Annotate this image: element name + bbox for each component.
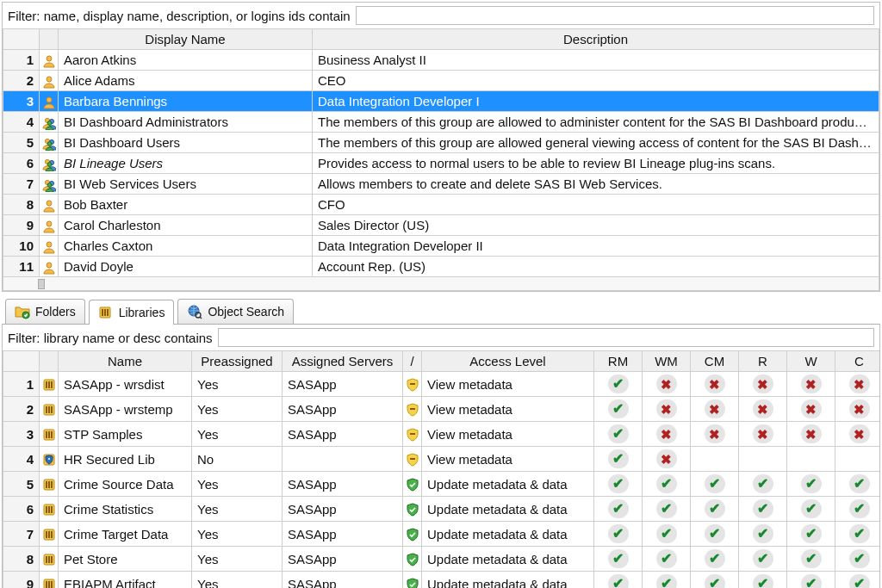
table-row[interactable]: 2SASApp - wrstempYesSASAppView metadata✔… bbox=[3, 397, 880, 422]
identities-filter-input[interactable] bbox=[356, 6, 874, 25]
table-row[interactable]: 9Carol CharlestonSales Director (US) bbox=[3, 215, 879, 236]
permission-granted-icon[interactable]: ✔ bbox=[801, 574, 822, 588]
permission-denied-icon[interactable]: ✖ bbox=[656, 374, 677, 393]
col-W[interactable]: W bbox=[787, 351, 835, 372]
h-scroll-row[interactable] bbox=[3, 277, 879, 291]
table-row[interactable]: 9EBIAPM ArtifactYesSASAppUpdate metadata… bbox=[3, 572, 880, 589]
table-row[interactable]: 11David DoyleAccount Rep. (US) bbox=[3, 257, 879, 277]
permission-granted-icon[interactable]: ✔ bbox=[849, 524, 870, 543]
permission-denied-icon[interactable]: ✖ bbox=[849, 374, 870, 393]
col-CM[interactable]: CM bbox=[691, 351, 739, 372]
permission-granted-icon[interactable]: ✔ bbox=[608, 574, 629, 588]
permission-granted-icon[interactable]: ✔ bbox=[753, 474, 773, 493]
permission-granted-icon[interactable]: ✔ bbox=[656, 474, 677, 493]
libraries-filter-input[interactable] bbox=[218, 328, 874, 347]
permission-denied-icon[interactable]: ✖ bbox=[801, 399, 822, 418]
permission-granted-icon[interactable]: ✔ bbox=[608, 399, 629, 418]
permission-granted-icon[interactable]: ✔ bbox=[608, 549, 629, 568]
row-number: 8 bbox=[3, 547, 40, 572]
permission-granted-icon[interactable]: ✔ bbox=[608, 499, 629, 518]
permission-denied-icon[interactable]: ✖ bbox=[849, 424, 870, 443]
tab-object-search[interactable]: Object Search bbox=[177, 299, 294, 324]
permission-denied-icon[interactable]: ✖ bbox=[801, 424, 822, 443]
table-row[interactable]: 10Charles CaxtonData Integration Develop… bbox=[3, 236, 879, 257]
table-row[interactable]: 2Alice AdamsCEO bbox=[3, 71, 879, 91]
identities-grid[interactable]: Display Name Description 1Aaron AtkinsBu… bbox=[3, 28, 879, 291]
permission-granted-icon[interactable]: ✔ bbox=[801, 499, 822, 518]
permission-granted-icon[interactable]: ✔ bbox=[656, 549, 677, 568]
permission-granted-icon[interactable]: ✔ bbox=[656, 499, 677, 518]
permission-granted-icon[interactable]: ✔ bbox=[801, 524, 822, 543]
table-row[interactable]: 4HR Secured LibNoView metadata✔✖ bbox=[3, 447, 880, 472]
permission-granted-icon[interactable]: ✔ bbox=[849, 474, 870, 493]
libraries-grid-wrap[interactable]: Name Preassigned Assigned Servers / Acce… bbox=[3, 350, 879, 588]
permission-granted-icon[interactable]: ✔ bbox=[753, 549, 773, 568]
tab-libraries[interactable]: Libraries bbox=[89, 300, 175, 325]
permission-granted-icon[interactable]: ✔ bbox=[705, 474, 725, 493]
perm-cell: ✔ bbox=[739, 572, 787, 589]
permission-granted-icon[interactable]: ✔ bbox=[705, 574, 725, 588]
col-access-level[interactable]: Access Level bbox=[422, 351, 594, 372]
table-row[interactable]: 8Bob BaxterCFO bbox=[3, 195, 879, 215]
col-description[interactable]: Description bbox=[313, 29, 879, 50]
table-row[interactable]: 3Barbara BenningsData Integration Develo… bbox=[3, 91, 879, 112]
table-row[interactable]: 3STP SamplesYesSASAppView metadata✔✖✖✖✖✖ bbox=[3, 422, 880, 447]
permission-granted-icon[interactable]: ✔ bbox=[801, 549, 822, 568]
table-row[interactable]: 6Crime StatisticsYesSASAppUpdate metadat… bbox=[3, 497, 880, 522]
tab-folders[interactable]: Folders bbox=[5, 299, 85, 324]
permission-granted-icon[interactable]: ✔ bbox=[705, 524, 725, 543]
shield-icon bbox=[403, 572, 422, 589]
permission-granted-icon[interactable]: ✔ bbox=[656, 574, 677, 588]
permission-denied-icon[interactable]: ✖ bbox=[801, 374, 822, 393]
permission-granted-icon[interactable]: ✔ bbox=[608, 524, 629, 543]
col-WM[interactable]: WM bbox=[643, 351, 691, 372]
permission-granted-icon[interactable]: ✔ bbox=[753, 524, 773, 543]
table-row[interactable]: 7BI Web Services UsersAllows members to … bbox=[3, 174, 879, 195]
permission-granted-icon[interactable]: ✔ bbox=[801, 474, 822, 493]
table-row[interactable]: 1Aaron AtkinsBusiness Analyst II bbox=[3, 50, 879, 71]
permission-denied-icon[interactable]: ✖ bbox=[705, 374, 725, 393]
permission-granted-icon[interactable]: ✔ bbox=[608, 374, 629, 393]
permission-granted-icon[interactable]: ✔ bbox=[849, 499, 870, 518]
permission-granted-icon[interactable]: ✔ bbox=[705, 549, 725, 568]
identities-grid-wrap[interactable]: Display Name Description 1Aaron AtkinsBu… bbox=[3, 28, 879, 291]
table-row[interactable]: 4BI Dashboard AdministratorsThe members … bbox=[3, 112, 879, 133]
table-row[interactable]: 5Crime Source DataYesSASAppUpdate metada… bbox=[3, 472, 880, 497]
col-R[interactable]: R bbox=[739, 351, 787, 372]
permission-denied-icon[interactable]: ✖ bbox=[705, 399, 725, 418]
table-row[interactable]: 6BI Lineage UsersProvides access to norm… bbox=[3, 153, 879, 174]
col-RM[interactable]: RM bbox=[594, 351, 643, 372]
col-C[interactable]: C bbox=[835, 351, 880, 372]
col-display-name[interactable]: Display Name bbox=[59, 29, 313, 50]
permission-denied-icon[interactable]: ✖ bbox=[753, 399, 773, 418]
col-preassigned[interactable]: Preassigned bbox=[192, 351, 283, 372]
permission-granted-icon[interactable]: ✔ bbox=[849, 574, 870, 588]
permission-denied-icon[interactable]: ✖ bbox=[656, 449, 677, 468]
permission-denied-icon[interactable]: ✖ bbox=[656, 424, 677, 443]
col-name[interactable]: Name bbox=[59, 351, 192, 372]
permission-granted-icon[interactable]: ✔ bbox=[849, 549, 870, 568]
table-row[interactable]: 7Crime Target DataYesSASAppUpdate metada… bbox=[3, 522, 880, 547]
table-row[interactable]: 8Pet StoreYesSASAppUpdate metadata & dat… bbox=[3, 547, 880, 572]
h-scroll-thumb[interactable] bbox=[38, 279, 45, 289]
col-assigned-servers[interactable]: Assigned Servers bbox=[283, 351, 403, 372]
table-row[interactable]: 1SASApp - wrsdistYesSASAppView metadata✔… bbox=[3, 372, 880, 397]
permission-granted-icon[interactable]: ✔ bbox=[705, 499, 725, 518]
permission-denied-icon[interactable]: ✖ bbox=[753, 374, 773, 393]
permission-granted-icon[interactable]: ✔ bbox=[608, 449, 629, 468]
permission-denied-icon[interactable]: ✖ bbox=[849, 399, 870, 418]
col-shield[interactable]: / bbox=[403, 351, 422, 372]
table-row[interactable]: 5BI Dashboard UsersThe members of this g… bbox=[3, 133, 879, 153]
permission-denied-icon[interactable]: ✖ bbox=[705, 424, 725, 443]
permission-granted-icon[interactable]: ✔ bbox=[608, 424, 629, 443]
permission-granted-icon[interactable]: ✔ bbox=[656, 524, 677, 543]
permission-granted-icon[interactable]: ✔ bbox=[753, 499, 773, 518]
perm-cell: ✖ bbox=[739, 422, 787, 447]
shield-icon bbox=[403, 522, 422, 547]
description-cell: CFO bbox=[313, 195, 879, 215]
permission-granted-icon[interactable]: ✔ bbox=[753, 574, 773, 588]
permission-granted-icon[interactable]: ✔ bbox=[608, 474, 629, 493]
libraries-grid[interactable]: Name Preassigned Assigned Servers / Acce… bbox=[3, 350, 879, 588]
permission-denied-icon[interactable]: ✖ bbox=[753, 424, 773, 443]
permission-denied-icon[interactable]: ✖ bbox=[656, 399, 677, 418]
